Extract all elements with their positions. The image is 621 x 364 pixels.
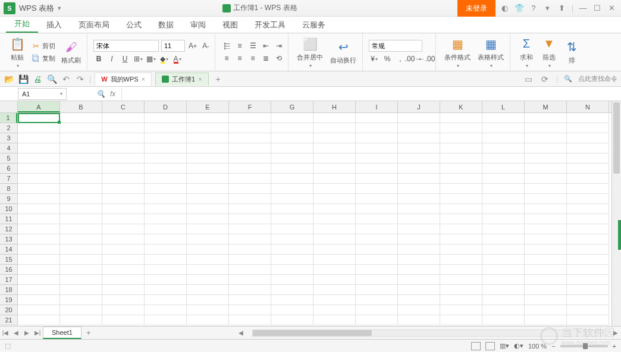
close-tab-icon[interactable]: × bbox=[198, 76, 202, 83]
cell[interactable] bbox=[482, 174, 525, 184]
cell[interactable] bbox=[482, 214, 525, 224]
chevron-down-icon[interactable]: ▾ bbox=[543, 4, 553, 12]
scrollbar-thumb[interactable] bbox=[613, 102, 620, 174]
cell[interactable] bbox=[187, 133, 229, 143]
cell[interactable] bbox=[313, 143, 356, 153]
cell[interactable] bbox=[271, 113, 313, 123]
row-header-12[interactable]: 12 bbox=[0, 224, 17, 234]
cell[interactable] bbox=[102, 214, 145, 224]
cell[interactable] bbox=[18, 295, 60, 305]
cell[interactable] bbox=[356, 194, 398, 204]
cell[interactable] bbox=[18, 133, 60, 143]
cell[interactable] bbox=[356, 224, 398, 234]
cell[interactable] bbox=[525, 244, 567, 255]
doc-icon[interactable]: ▭ bbox=[523, 74, 534, 84]
sheet-nav-first[interactable]: |◀ bbox=[0, 330, 11, 336]
cell[interactable] bbox=[229, 315, 271, 325]
cell[interactable] bbox=[356, 153, 398, 164]
cell[interactable] bbox=[525, 153, 567, 164]
hscroll-right[interactable]: ▶ bbox=[610, 330, 621, 336]
cell[interactable] bbox=[398, 305, 440, 315]
theme-icon[interactable]: ◐▾ bbox=[514, 342, 523, 350]
tab-page-layout[interactable]: 页面布局 bbox=[70, 17, 118, 33]
cell[interactable] bbox=[18, 315, 60, 325]
row-header-5[interactable]: 5 bbox=[0, 153, 17, 164]
cell[interactable] bbox=[567, 315, 609, 325]
cell[interactable] bbox=[18, 224, 60, 234]
cell[interactable] bbox=[145, 305, 187, 315]
redo-icon[interactable]: ↷ bbox=[75, 74, 86, 84]
cells-area[interactable] bbox=[18, 113, 611, 325]
cell[interactable] bbox=[398, 174, 440, 184]
vertical-scrollbar[interactable] bbox=[611, 101, 621, 326]
cell[interactable] bbox=[356, 305, 398, 315]
cell[interactable] bbox=[145, 123, 187, 133]
cell[interactable] bbox=[440, 315, 482, 325]
cell[interactable] bbox=[229, 224, 271, 234]
cell[interactable] bbox=[229, 164, 271, 174]
copy-button[interactable]: ⿻复制 bbox=[30, 53, 57, 64]
cell[interactable] bbox=[482, 275, 525, 285]
cell[interactable] bbox=[313, 315, 356, 325]
cell[interactable] bbox=[398, 275, 440, 285]
increase-font-button[interactable]: A+ bbox=[187, 40, 198, 51]
cell[interactable] bbox=[145, 255, 187, 265]
cell[interactable] bbox=[102, 234, 145, 244]
underline-button[interactable]: U bbox=[120, 54, 130, 64]
column-header-A[interactable]: A bbox=[18, 101, 60, 112]
cell[interactable] bbox=[313, 153, 356, 164]
tab-start[interactable]: 开始 bbox=[6, 15, 38, 33]
cell[interactable] bbox=[525, 143, 567, 153]
cell[interactable] bbox=[187, 184, 229, 194]
tshirt-icon[interactable]: 👕 bbox=[515, 4, 524, 12]
cell[interactable] bbox=[567, 234, 609, 244]
cell[interactable] bbox=[187, 265, 229, 275]
refresh-icon[interactable]: ⟳ bbox=[540, 74, 550, 84]
cell[interactable] bbox=[18, 123, 60, 133]
cell[interactable] bbox=[356, 285, 398, 295]
cell[interactable] bbox=[271, 244, 313, 255]
cell[interactable] bbox=[229, 123, 271, 133]
cell[interactable] bbox=[567, 194, 609, 204]
cell[interactable] bbox=[60, 153, 102, 164]
cell[interactable] bbox=[398, 265, 440, 275]
cell[interactable] bbox=[102, 244, 145, 255]
cell[interactable] bbox=[356, 275, 398, 285]
close-button[interactable]: ✕ bbox=[607, 4, 616, 12]
tab-review[interactable]: 审阅 bbox=[182, 17, 214, 33]
cell[interactable] bbox=[271, 194, 313, 204]
cell[interactable] bbox=[313, 305, 356, 315]
cell[interactable] bbox=[440, 143, 482, 153]
cell[interactable] bbox=[229, 214, 271, 224]
wrap-text-button[interactable]: ↩ 自动换行 bbox=[328, 38, 359, 66]
cell[interactable] bbox=[187, 244, 229, 255]
cell[interactable] bbox=[313, 164, 356, 174]
cell[interactable] bbox=[187, 143, 229, 153]
cell[interactable] bbox=[18, 164, 60, 174]
cell[interactable] bbox=[482, 305, 525, 315]
row-header-7[interactable]: 7 bbox=[0, 174, 17, 184]
cell[interactable] bbox=[482, 224, 525, 234]
cell[interactable] bbox=[482, 113, 525, 123]
cell[interactable] bbox=[102, 133, 145, 143]
cell[interactable] bbox=[567, 305, 609, 315]
cell[interactable] bbox=[271, 285, 313, 295]
cell[interactable] bbox=[356, 113, 398, 123]
sheet-tab-sheet1[interactable]: Sheet1 bbox=[43, 327, 81, 339]
row-header-14[interactable]: 14 bbox=[0, 244, 17, 255]
cell[interactable] bbox=[229, 153, 271, 164]
open-icon[interactable]: 📂 bbox=[4, 74, 14, 84]
increase-indent-button[interactable]: ⇥ bbox=[274, 40, 284, 51]
cell[interactable] bbox=[356, 265, 398, 275]
cell[interactable] bbox=[187, 285, 229, 295]
cell[interactable] bbox=[60, 194, 102, 204]
column-header-D[interactable]: D bbox=[145, 101, 187, 112]
cell[interactable] bbox=[187, 275, 229, 285]
cell[interactable] bbox=[440, 194, 482, 204]
cell[interactable] bbox=[145, 234, 187, 244]
cell[interactable] bbox=[271, 234, 313, 244]
cell[interactable] bbox=[356, 143, 398, 153]
cell[interactable] bbox=[313, 255, 356, 265]
cell[interactable] bbox=[60, 133, 102, 143]
cell[interactable] bbox=[102, 164, 145, 174]
